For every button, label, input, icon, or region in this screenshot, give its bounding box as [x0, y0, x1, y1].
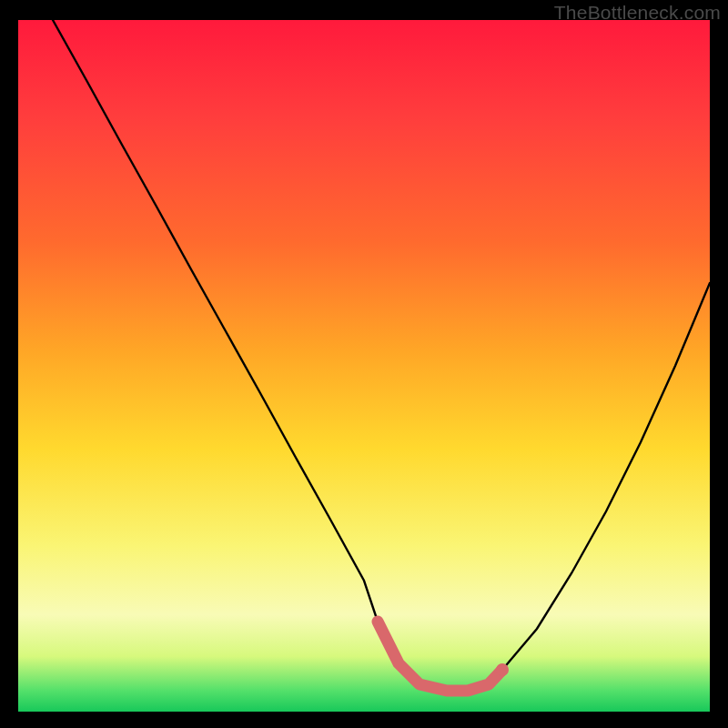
- highlight-end-dot: [496, 663, 509, 676]
- watermark-text: TheBottleneck.com: [554, 2, 721, 24]
- plot-area: [18, 20, 710, 712]
- bottleneck-curve: [53, 20, 710, 691]
- chart-frame: TheBottleneck.com: [0, 0, 728, 728]
- curve-layer: [18, 20, 710, 712]
- highlight-band: [378, 622, 502, 691]
